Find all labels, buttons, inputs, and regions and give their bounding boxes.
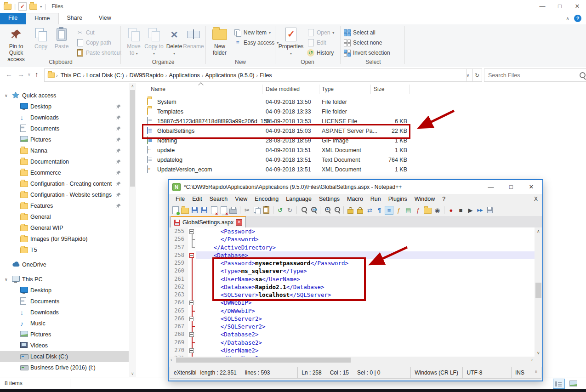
expander-icon[interactable]: ∨ [5, 277, 8, 282]
fold-margin[interactable] [188, 339, 196, 347]
fold-margin[interactable] [188, 323, 196, 330]
file-row-updateversion-ecom[interactable]: UpdateVersion_ecom04-09-2018 13:51XML Do… [138, 165, 414, 175]
npp-close-icon[interactable]: ✕ [521, 180, 541, 193]
sidebar-item-documents[interactable]: Documents [0, 123, 129, 134]
scroll-right-icon[interactable]: › [531, 358, 533, 362]
sidebar-item-features[interactable]: Features [0, 200, 129, 211]
scroll-up-icon[interactable]: ∧ [537, 229, 540, 233]
properties-button[interactable]: ✓ Properties ▾ [278, 26, 304, 57]
sidebar-item-local-disk-c[interactable]: Local Disk (C:) [0, 351, 129, 362]
npp-doc-close-icon[interactable]: X [534, 196, 538, 202]
history-button[interactable]: ↺History [307, 48, 334, 57]
tab-share[interactable]: Share [59, 13, 91, 24]
macro-run-multiple-icon[interactable]: ▶▶ [476, 206, 484, 215]
select-none-button[interactable]: Select none [344, 38, 382, 47]
invert-selection-button[interactable]: Invert selection [344, 48, 390, 57]
code-line-261[interactable]: 261 <UserName>sa</UserName> [169, 275, 535, 283]
sidebar-item-configuration-website-settings[interactable]: Configuration - Website settings [0, 189, 129, 200]
sidebar-item-ecommerce[interactable]: Ecommerce [0, 167, 129, 178]
npp-titlebar[interactable]: N *C:\DW95Rapido\Applications\Applicatio… [169, 180, 542, 194]
fold-margin[interactable] [188, 235, 196, 243]
delete-button[interactable]: × Delete ▾ [165, 26, 184, 57]
scroll-up-icon[interactable]: ∧ [131, 84, 134, 88]
sidebar-item-videos[interactable]: Videos [0, 340, 129, 351]
code-line-259[interactable]: 259 <Password>mysecretpassword</Password… [169, 259, 535, 267]
scrollbar-thumb[interactable] [535, 283, 541, 298]
macro-play-icon[interactable]: ▶ [466, 206, 475, 215]
npp-menu-window[interactable]: Window [411, 195, 438, 203]
file-row-nothing[interactable]: Nothing28-08-2018 18:59GIF image1 KB [138, 136, 414, 146]
print-icon[interactable] [229, 206, 238, 215]
code-line-256[interactable]: 256 </Password> [169, 235, 535, 243]
breadcrumb-applications-9-5-0[interactable]: Applications (9.5.0) [204, 72, 256, 79]
tab-file[interactable]: File [0, 13, 26, 24]
redo-icon[interactable]: ↻ [285, 206, 294, 215]
fold-margin[interactable] [188, 244, 196, 251]
macro-stop-icon[interactable]: ■ [456, 206, 465, 215]
code-line-267[interactable]: 267 </SQLServer2> [169, 323, 535, 330]
search-input[interactable]: Search Files [484, 68, 586, 82]
npp-menu-encoding[interactable]: Encoding [251, 195, 282, 203]
easy-access-button[interactable]: ≡Easy access ▾ [234, 38, 279, 47]
edit-button[interactable]: Edit [307, 38, 326, 47]
sidebar-item-configuration-creating-content[interactable]: Configuration - Creating content [0, 178, 129, 189]
function-list-icon[interactable]: ƒ [414, 206, 422, 215]
code-line-257[interactable]: 257 </ActiveDirectory> [169, 244, 535, 251]
tab-close-icon[interactable]: ✕ [236, 219, 242, 226]
help-icon[interactable]: ? [574, 15, 581, 22]
properties-quick-icon[interactable]: ✓ [18, 2, 27, 11]
macro-save-icon[interactable] [485, 206, 494, 215]
sidebar-item-desktop[interactable]: Desktop [0, 101, 129, 112]
npp-menu-plugins[interactable]: Plugins [385, 195, 410, 203]
refresh-icon[interactable]: ↻ [472, 68, 482, 82]
open-file-icon[interactable] [181, 206, 189, 215]
code-line-268[interactable]: 268 <Database2> [169, 330, 535, 338]
cut-button[interactable]: ✂Cut [76, 28, 95, 37]
copy-path-button[interactable]: Copy path [76, 38, 111, 47]
file-monitor-icon[interactable]: ◉ [433, 206, 442, 215]
paste-button[interactable]: Paste [51, 26, 72, 50]
history-dropdown-icon[interactable]: ∨ [28, 72, 31, 77]
show-all-chars-icon[interactable]: ¶ [375, 206, 384, 215]
npp-maximize-icon[interactable]: □ [501, 180, 521, 193]
npp-menu-language[interactable]: Language [283, 195, 315, 203]
npp-menu-run[interactable]: Run [367, 195, 384, 203]
sidebar-item-downloads[interactable]: ↓Downloads [0, 112, 129, 123]
up-icon[interactable]: ↑ [35, 70, 39, 78]
npp-menu-view[interactable]: View [232, 195, 250, 203]
zoom-out-icon[interactable]: - [332, 206, 341, 215]
breadcrumb-local-disk-c[interactable]: Local Disk (C:) [85, 72, 126, 79]
npp-menu-search[interactable]: Search [206, 195, 231, 203]
fold-margin[interactable] [188, 283, 196, 291]
scroll-down-icon[interactable]: ∨ [131, 371, 134, 376]
tab-home[interactable]: Home [26, 13, 58, 24]
npp-horizontal-scrollbar[interactable]: ‹ › [169, 357, 535, 364]
sidebar-item-this-pc[interactable]: ∨This PC [0, 274, 129, 285]
sidebar-item-onedrive[interactable]: OneDrive [0, 259, 129, 270]
file-row-update[interactable]: update04-09-2018 13:51XML Document1 KB [138, 146, 414, 155]
sidebar-item-quick-access[interactable]: ∨Quick access [0, 90, 129, 101]
expander-icon[interactable]: ∨ [5, 93, 8, 98]
sidebar-scrollbar[interactable]: ∧ ∨ [129, 83, 136, 377]
sidebar-item-business-drive-2016-i[interactable]: Business Drive (2016) (I:) [0, 362, 129, 373]
cut-icon[interactable]: ✂ [243, 206, 251, 215]
sidebar-item-documents[interactable]: Documents [0, 296, 129, 307]
npp-menu-help[interactable]: ? [439, 195, 449, 203]
scroll-down-icon[interactable]: ∨ [537, 351, 540, 355]
replace-icon[interactable]: ab [309, 206, 318, 215]
sidebar-item-general-wip[interactable]: General WIP [0, 222, 129, 233]
code-line-266[interactable]: 266 <SQLServer2> [169, 315, 535, 323]
code-line-263[interactable]: 263 <SQLServer>localhost</SQLServer> [169, 291, 535, 299]
sidebar-item-pictures[interactable]: Pictures [0, 134, 129, 145]
fold-margin[interactable] [188, 259, 196, 267]
select-all-button[interactable]: Select all [344, 28, 375, 37]
sync-h-scroll-icon[interactable] [356, 206, 364, 215]
new-file-icon[interactable] [171, 206, 180, 215]
npp-minimize-icon[interactable]: — [481, 180, 501, 193]
paste-shortcut-button[interactable]: Paste shortcut [76, 48, 121, 57]
copy-to-button[interactable]: Copy to ▾ [144, 26, 164, 57]
sidebar-item-music[interactable]: ♪Music [0, 318, 129, 329]
undo-icon[interactable]: ↺ [276, 206, 284, 215]
sidebar-item-nanna[interactable]: Nanna [0, 145, 129, 156]
folder-as-workspace-icon[interactable] [423, 206, 432, 215]
